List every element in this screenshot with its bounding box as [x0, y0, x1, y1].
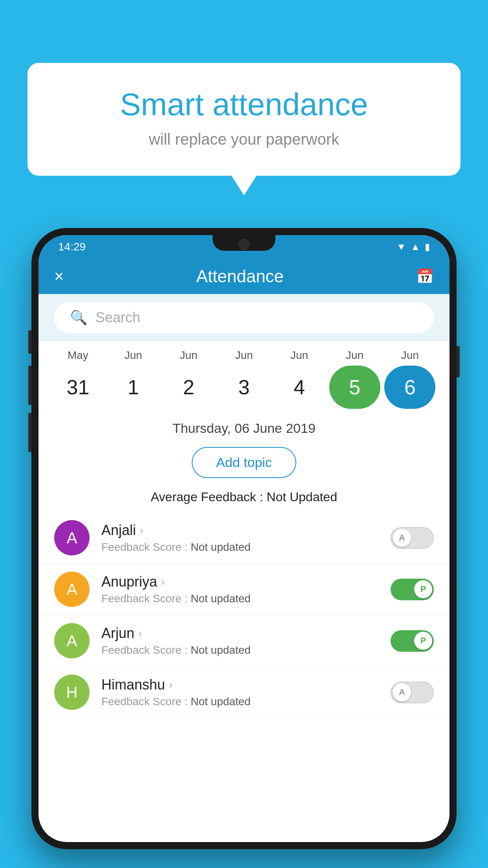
volume-down-button — [28, 413, 31, 452]
volume-up-button — [28, 366, 31, 405]
close-button[interactable]: × — [54, 267, 64, 286]
wifi-icon: ▼ — [396, 241, 406, 252]
status-icons: ▼ ▲ ▮ — [396, 241, 430, 252]
calendar-icon[interactable]: 📅 — [416, 268, 434, 285]
student-info-anjali: Anjali › Feedback Score : Not updated — [101, 522, 379, 554]
date-display: Thursday, 06 June 2019 — [39, 413, 449, 440]
speech-bubble-title: Smart attendance — [59, 86, 429, 123]
phone-screen: 14:29 ▼ ▲ ▮ × Attendance 📅 🔍 Search — [39, 235, 449, 842]
student-list: A Anjali › Feedback Score : Not updated … — [39, 512, 449, 718]
power-button — [457, 346, 460, 377]
toggle-anjali[interactable]: A — [391, 527, 434, 549]
date-2[interactable]: 2 — [163, 366, 214, 409]
calendar-months: May Jun Jun Jun Jun Jun Jun — [39, 349, 449, 362]
chevron-icon-arjun: › — [138, 627, 142, 640]
toggle-himanshu[interactable]: A — [391, 682, 434, 703]
student-item-arjun[interactable]: A Arjun › Feedback Score : Not updated P — [39, 615, 449, 667]
month-3: Jun — [218, 349, 270, 362]
student-info-anupriya: Anupriya › Feedback Score : Not updated — [101, 574, 379, 605]
avatar-arjun: A — [54, 623, 90, 658]
toggle-knob-arjun: P — [414, 632, 432, 650]
student-info-arjun: Arjun › Feedback Score : Not updated — [101, 625, 379, 657]
phone-notch — [213, 235, 275, 251]
date-5-today[interactable]: 5 — [329, 366, 380, 409]
student-feedback-arjun: Feedback Score : Not updated — [101, 644, 379, 657]
speech-bubble: Smart attendance will replace your paper… — [28, 63, 460, 176]
avg-feedback: Average Feedback : Not Updated — [39, 486, 449, 512]
month-1: Jun — [108, 349, 159, 362]
avatar-anjali: A — [54, 520, 90, 555]
student-name-anjali: Anjali › — [101, 522, 379, 539]
avatar-anupriya: A — [54, 572, 90, 607]
phone-container: 14:29 ▼ ▲ ▮ × Attendance 📅 🔍 Search — [31, 228, 457, 849]
student-item-anupriya[interactable]: A Anupriya › Feedback Score : Not update… — [39, 564, 449, 615]
date-6-selected[interactable]: 6 — [384, 366, 435, 409]
add-topic-button[interactable]: Add topic — [192, 447, 296, 478]
phone-frame: 14:29 ▼ ▲ ▮ × Attendance 📅 🔍 Search — [31, 228, 457, 849]
month-4: Jun — [274, 349, 325, 362]
status-time: 14:29 — [58, 241, 86, 253]
student-info-himanshu: Himanshu › Feedback Score : Not updated — [101, 677, 379, 708]
student-name-himanshu: Himanshu › — [101, 677, 379, 693]
toggle-knob-himanshu: A — [393, 683, 411, 701]
avg-feedback-value: Not Updated — [267, 490, 338, 504]
front-camera — [238, 239, 250, 250]
student-name-arjun: Arjun › — [101, 625, 379, 642]
signal-icon: ▲ — [411, 241, 420, 252]
date-1[interactable]: 1 — [108, 366, 159, 409]
toggle-arjun[interactable]: P — [391, 630, 434, 652]
speech-bubble-container: Smart attendance will replace your paper… — [28, 63, 460, 176]
toggle-anupriya[interactable]: P — [391, 579, 434, 600]
toggle-knob-anjali: A — [393, 529, 411, 547]
battery-icon: ▮ — [425, 241, 430, 252]
student-feedback-himanshu: Feedback Score : Not updated — [101, 695, 379, 708]
volume-silent-button — [28, 330, 31, 354]
avatar-himanshu: H — [54, 675, 90, 710]
date-4[interactable]: 4 — [274, 366, 325, 409]
chevron-icon-anjali: › — [140, 524, 143, 537]
month-0: May — [52, 349, 103, 362]
add-topic-container: Add topic — [39, 440, 449, 486]
calendar-dates: 31 1 2 3 4 5 6 — [39, 366, 449, 409]
header-title: Attendance — [196, 267, 284, 286]
search-bar[interactable]: 🔍 Search — [54, 302, 434, 333]
calendar-strip: May Jun Jun Jun Jun Jun Jun 31 1 2 3 4 5… — [39, 341, 449, 413]
search-container: 🔍 Search — [39, 294, 449, 341]
student-item-anjali[interactable]: A Anjali › Feedback Score : Not updated … — [39, 512, 449, 564]
student-feedback-anjali: Feedback Score : Not updated — [101, 541, 379, 554]
month-2: Jun — [163, 349, 214, 362]
toggle-knob-anupriya: P — [414, 580, 432, 598]
student-feedback-anupriya: Feedback Score : Not updated — [101, 592, 379, 605]
month-5: Jun — [329, 349, 380, 362]
date-31[interactable]: 31 — [52, 366, 103, 409]
avg-feedback-label: Average Feedback : — [151, 490, 267, 504]
chevron-icon-anupriya: › — [161, 576, 165, 588]
student-name-anupriya: Anupriya › — [101, 574, 379, 590]
search-input[interactable]: Search — [95, 309, 140, 326]
date-3[interactable]: 3 — [218, 366, 270, 409]
month-6: Jun — [384, 349, 435, 362]
student-item-himanshu[interactable]: H Himanshu › Feedback Score : Not update… — [39, 667, 449, 718]
chevron-icon-himanshu: › — [169, 679, 172, 691]
search-icon: 🔍 — [70, 309, 88, 326]
app-header: × Attendance 📅 — [39, 259, 449, 294]
speech-bubble-subtitle: will replace your paperwork — [59, 131, 429, 148]
